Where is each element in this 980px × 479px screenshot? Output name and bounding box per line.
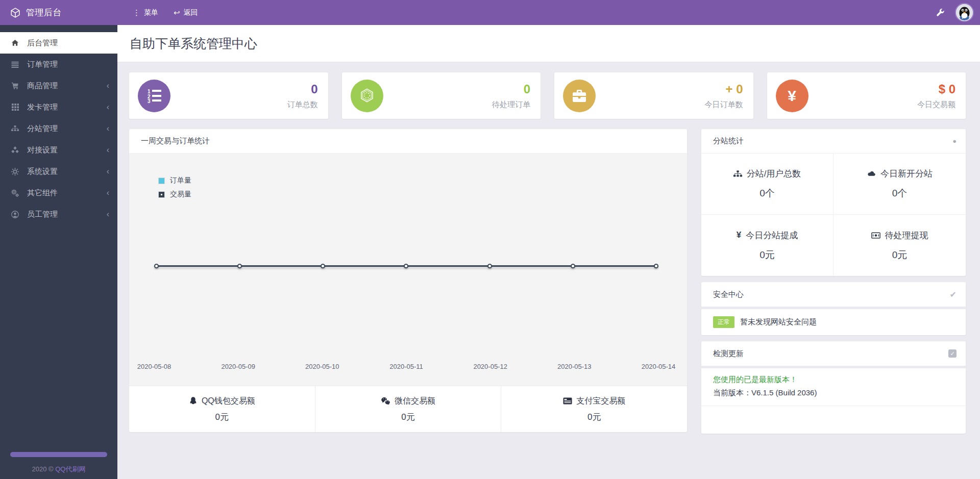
x-tick-label: 2020-05-12	[462, 362, 519, 372]
back-label: 返回	[184, 8, 198, 17]
sidebar-item-substations[interactable]: 分站管理 ‹	[0, 118, 117, 139]
sidebar-item-integration[interactable]: 对接设置 ‹	[0, 139, 117, 161]
substation-cell-value: 0元	[892, 248, 908, 262]
legend-label: 交易量	[170, 190, 191, 199]
sidebar-item-cards[interactable]: 发卡管理 ‹	[0, 96, 117, 118]
stat-card-4: ¥ $ 0 今日交易额	[767, 72, 966, 119]
checkbox-icon[interactable]: ✓	[948, 349, 957, 358]
substation-cell-label: 分站/用户总数	[747, 168, 801, 180]
update-version-text: 当前版本：V6.1.5 (Build 2036)	[713, 388, 954, 398]
reply-arrow-icon: ↩	[174, 8, 180, 17]
security-status-row: 正常 暂未发现网站安全问题	[701, 309, 966, 335]
legend-item-volume[interactable]: 交易量	[158, 190, 191, 199]
x-tick-label: 2020-05-09	[210, 362, 266, 372]
substation-cell-label: 今日新开分站	[880, 168, 933, 180]
main-area: 自助下单系统管理中心 1 2 3 0 订单总数	[117, 25, 980, 479]
sidebar-item-staff[interactable]: 员工管理 ‹	[0, 204, 117, 225]
stat-value: 0	[492, 82, 530, 96]
sitemap-icon	[733, 170, 742, 178]
page-title: 自助下单系统管理中心	[130, 35, 257, 52]
chevron-left-icon: ‹	[107, 167, 109, 175]
stat-value: 0	[287, 82, 318, 96]
sidebar-item-label: 后台管理	[27, 38, 58, 48]
data-point	[571, 264, 575, 268]
chart-card: 一周交易与订单统计 订单量 交易量	[129, 129, 687, 432]
cubes-icon	[10, 146, 20, 154]
gear-icon	[10, 168, 20, 175]
update-status-text: 您使用的已是最新版本！	[713, 375, 954, 385]
chart-legend: 订单量 交易量	[158, 176, 191, 204]
security-card: 安全中心 ✔ 正常 暂未发现网站安全问题	[701, 282, 966, 335]
substation-cell-label: 待处理提现	[885, 230, 928, 241]
substation-card-title: 分站统计	[713, 136, 744, 146]
legend-swatch-orders	[158, 178, 165, 184]
x-tick-label: 2020-05-13	[546, 362, 602, 372]
sidebar-item-products[interactable]: 商品管理 ‹	[0, 75, 117, 96]
data-point	[321, 264, 325, 268]
x-tick-label: 2020-05-08	[126, 362, 182, 372]
sitemap-icon	[10, 125, 20, 132]
x-tick-label: 2020-05-11	[378, 362, 434, 372]
stat-cards-row: 1 2 3 0 订单总数 0 待处理订单	[129, 72, 966, 119]
payment-cell-wechat: 微信交易额 0元	[315, 386, 502, 432]
wechat-icon	[381, 397, 390, 405]
substation-cell-label: 今日分站提成	[746, 230, 798, 241]
update-info: 您使用的已是最新版本！ 当前版本：V6.1.5 (Build 2036)	[701, 368, 966, 406]
brand[interactable]: 管理后台	[0, 7, 117, 18]
update-card-title: 检测更新	[713, 349, 744, 359]
briefcase-icon	[563, 80, 596, 112]
payment-label: QQ钱包交易额	[202, 396, 255, 407]
data-point	[404, 264, 408, 268]
stat-card-2: 0 待处理订单	[342, 72, 541, 119]
stat-card-3: + 0 今日订单数	[554, 72, 753, 119]
back-button[interactable]: ↩ 返回	[174, 8, 198, 17]
footer-link[interactable]: QQ代刷网	[55, 465, 85, 473]
substation-cell-value: 0元	[760, 248, 775, 262]
chart-plot-area: 订单量 交易量	[129, 154, 687, 386]
sidebar-item-label: 员工管理	[27, 210, 58, 219]
chevron-left-icon: ‹	[107, 189, 109, 197]
security-card-header: 安全中心 ✔	[701, 282, 966, 307]
sidebar-item-components[interactable]: 其它组件 ‹	[0, 182, 117, 204]
update-card-footer	[701, 406, 966, 434]
sidebar-item-label: 系统设置	[27, 167, 58, 177]
collapse-circle-icon[interactable]: ●	[952, 137, 957, 145]
substation-cell-withdrawals: 待处理提现 0元	[834, 215, 966, 276]
sidebar-item-orders[interactable]: 订单管理	[0, 54, 117, 75]
substation-cell-value: 0个	[892, 187, 908, 200]
vertical-dots-icon: ⋮	[133, 8, 140, 17]
qq-icon	[189, 396, 198, 406]
menu-toggle-label: 菜单	[144, 8, 158, 17]
chart-card-title: 一周交易与订单统计	[141, 136, 210, 146]
sidebar-item-dashboard[interactable]: 后台管理	[0, 32, 117, 54]
list-icon	[10, 61, 20, 68]
wrench-icon[interactable]	[936, 8, 945, 17]
sidebar-footer: 2020 © QQ代刷网	[0, 452, 117, 474]
cube-logo-icon	[10, 8, 20, 18]
sidebar-item-settings[interactable]: 系统设置 ‹	[0, 161, 117, 182]
security-card-title: 安全中心	[713, 290, 744, 299]
stat-value: $ 0	[917, 82, 955, 96]
legend-label: 订单量	[170, 176, 191, 185]
check-icon[interactable]: ✔	[950, 290, 957, 299]
sidebar-item-label: 商品管理	[27, 81, 58, 91]
stat-label: 待处理订单	[492, 100, 530, 110]
menu-toggle-button[interactable]: ⋮ 菜单	[133, 8, 158, 17]
update-card-header: 检测更新 ✓	[701, 341, 966, 366]
substation-cell-total: 分站/用户总数 0个	[701, 154, 834, 215]
chart-card-header: 一周交易与订单统计	[129, 129, 687, 154]
legend-item-orders[interactable]: 订单量	[158, 176, 191, 185]
yen-icon: ¥	[737, 230, 741, 240]
sidebar-item-label: 其它组件	[27, 188, 58, 198]
sidebar-item-label: 发卡管理	[27, 103, 58, 112]
substation-card-header: 分站统计 ●	[701, 129, 966, 154]
ordered-list-icon: 1 2 3	[138, 80, 170, 112]
payment-label: 支付宝交易额	[576, 396, 625, 407]
x-tick-label: 2020-05-10	[294, 362, 350, 372]
chevron-left-icon: ‹	[107, 146, 109, 154]
hexagon-icon	[351, 80, 383, 112]
payment-value: 0元	[587, 411, 601, 423]
avatar[interactable]	[955, 3, 974, 22]
stat-label: 订单总数	[287, 100, 318, 110]
payments-row: QQ钱包交易额 0元 微信交易额 0元	[129, 386, 687, 432]
